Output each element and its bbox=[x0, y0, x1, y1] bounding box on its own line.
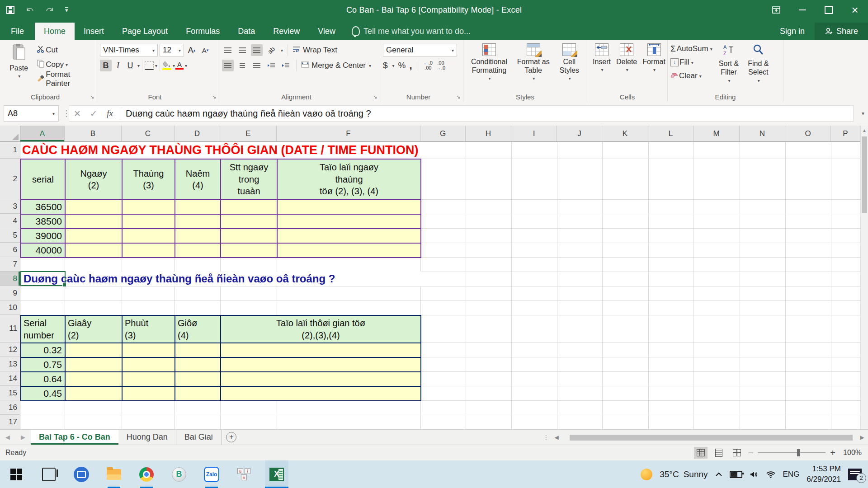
underline-button[interactable]: U bbox=[124, 60, 136, 71]
serial-value[interactable]: 39000 bbox=[21, 229, 66, 244]
empty-cell[interactable] bbox=[278, 215, 421, 229]
comma-format-icon[interactable]: , bbox=[410, 60, 412, 71]
column-header-B[interactable]: B bbox=[65, 126, 122, 141]
empty-cell[interactable] bbox=[66, 358, 123, 372]
row-header-1[interactable]: 1 bbox=[0, 142, 20, 159]
borders-icon[interactable] bbox=[145, 61, 154, 70]
empty-cell[interactable] bbox=[123, 358, 175, 372]
column-header-E[interactable]: E bbox=[220, 126, 277, 141]
empty-cell[interactable] bbox=[66, 229, 123, 244]
empty-cell[interactable] bbox=[123, 372, 175, 387]
tab-formulas[interactable]: Formulas bbox=[177, 23, 229, 40]
minimize-button[interactable] bbox=[789, 0, 816, 20]
column-header-N[interactable]: N bbox=[740, 126, 785, 141]
serial-value[interactable]: 0.45 bbox=[21, 387, 66, 401]
column-header-I[interactable]: I bbox=[511, 126, 557, 141]
column-header-C[interactable]: C bbox=[122, 126, 175, 141]
increase-font-icon[interactable]: A▴ bbox=[186, 44, 198, 56]
row-header-7[interactable]: 7 bbox=[0, 257, 20, 272]
select-all-corner[interactable] bbox=[0, 126, 20, 142]
vertical-scroll-thumb[interactable] bbox=[862, 136, 867, 213]
empty-cell[interactable] bbox=[66, 215, 123, 229]
serial-value[interactable]: 0.32 bbox=[21, 343, 66, 358]
column-header-K[interactable]: K bbox=[602, 126, 648, 141]
row-header-10[interactable]: 10 bbox=[0, 300, 20, 315]
underline-dropdown-icon[interactable]: ▾ bbox=[137, 63, 140, 68]
clock[interactable]: 1:53 PM 6/29/2021 bbox=[807, 464, 841, 484]
column-header-J[interactable]: J bbox=[557, 126, 602, 141]
tab-data[interactable]: Data bbox=[229, 23, 264, 40]
align-right-icon[interactable] bbox=[251, 60, 263, 71]
header-thang[interactable]: Thaùng (3) bbox=[123, 160, 175, 200]
header-ngay[interactable]: Ngaøy (2) bbox=[66, 160, 123, 200]
empty-cell[interactable] bbox=[123, 200, 175, 215]
increase-indent-icon[interactable] bbox=[280, 60, 292, 71]
empty-cell[interactable] bbox=[221, 358, 421, 372]
hscroll-right-icon[interactable]: ▶ bbox=[856, 430, 868, 445]
task-view-button[interactable] bbox=[37, 460, 61, 488]
sheet-tab-huong-dan[interactable]: Huong Dan bbox=[118, 430, 176, 445]
confirm-entry-icon[interactable]: ✓ bbox=[85, 108, 102, 119]
fill-button[interactable]: ↓ Fill ▾ bbox=[670, 57, 712, 68]
serial-value[interactable]: 38500 bbox=[21, 215, 66, 229]
empty-cell[interactable] bbox=[175, 358, 221, 372]
sheet-tab-bai-giai[interactable]: Bai Giai bbox=[176, 430, 222, 445]
vertical-scrollbar[interactable]: ▲ bbox=[860, 126, 868, 429]
tray-chevron-icon[interactable] bbox=[715, 472, 722, 477]
zoom-percentage[interactable]: 100% bbox=[840, 449, 862, 457]
zoom-out-icon[interactable]: − bbox=[748, 448, 754, 458]
column-header-F[interactable]: F bbox=[277, 126, 420, 141]
tab-scroll-splitter[interactable]: ⋮ bbox=[542, 430, 551, 445]
font-name-combo[interactable]: VNI-Times▾ bbox=[100, 44, 158, 56]
row-header-3[interactable]: 3 bbox=[0, 199, 20, 214]
currency-dropdown-icon[interactable]: ▾ bbox=[392, 63, 395, 68]
serial-value[interactable]: 0.75 bbox=[21, 358, 66, 372]
row-header-11[interactable]: 11 bbox=[0, 315, 20, 343]
header-nam[interactable]: Naêm (4) bbox=[175, 160, 221, 200]
tab-review[interactable]: Review bbox=[264, 23, 309, 40]
serial-value[interactable]: 40000 bbox=[21, 244, 66, 258]
increase-decimal-icon[interactable]: ←.0.00 bbox=[424, 61, 433, 70]
bluezone-app[interactable]: B bbox=[167, 460, 191, 488]
formula-bar-expand-icon[interactable]: ▾ bbox=[862, 105, 864, 122]
empty-cell[interactable] bbox=[221, 215, 278, 229]
tab-page-layout[interactable]: Page Layout bbox=[113, 23, 177, 40]
format-painter-button[interactable]: Format Painter bbox=[37, 73, 94, 85]
find-select-button[interactable]: Find & Select ▾ bbox=[745, 42, 771, 91]
font-size-combo[interactable]: 12▾ bbox=[160, 44, 184, 56]
tab-view[interactable]: View bbox=[309, 23, 344, 40]
row-header-12[interactable]: 12 bbox=[0, 343, 20, 357]
font-color-icon[interactable]: A bbox=[175, 61, 184, 70]
page-break-view-icon[interactable] bbox=[730, 447, 744, 459]
row-header-17[interactable]: 17 bbox=[0, 415, 20, 429]
autosum-button[interactable]: Σ AutoSum ▾ bbox=[670, 43, 712, 54]
orientation-dropdown-icon[interactable]: ▾ bbox=[281, 48, 283, 53]
spreadsheet-grid[interactable]: ABCDEFGHIJKLMNOP 12345678910111213141516… bbox=[0, 126, 860, 429]
start-button[interactable] bbox=[5, 460, 28, 488]
empty-cell[interactable] bbox=[221, 229, 278, 244]
borders-dropdown-icon[interactable]: ▾ bbox=[155, 63, 157, 68]
empty-cell[interactable] bbox=[66, 387, 123, 401]
empty-cell[interactable] bbox=[278, 229, 421, 244]
speaker-icon[interactable] bbox=[750, 470, 759, 479]
empty-cell[interactable] bbox=[175, 229, 221, 244]
empty-cell[interactable] bbox=[221, 343, 421, 358]
header-serial[interactable]: serial bbox=[21, 160, 66, 200]
row-header-2[interactable]: 2 bbox=[0, 159, 20, 199]
clipboard-dialog-launcher-icon[interactable]: ↘ bbox=[89, 94, 95, 100]
horizontal-scrollbar[interactable] bbox=[562, 430, 856, 445]
empty-cell[interactable] bbox=[123, 229, 175, 244]
serial-value[interactable]: 36500 bbox=[21, 200, 66, 215]
empty-cell[interactable] bbox=[175, 387, 221, 401]
empty-cell[interactable] bbox=[221, 200, 278, 215]
column-header-L[interactable]: L bbox=[648, 126, 693, 141]
column-header-P[interactable]: P bbox=[831, 126, 860, 141]
cell-styles-button[interactable]: Cell Styles ▾ bbox=[557, 42, 582, 91]
file-explorer-app[interactable] bbox=[102, 460, 126, 488]
empty-cell[interactable] bbox=[278, 200, 421, 215]
language-indicator[interactable]: ENG bbox=[783, 470, 800, 479]
header-serial-number[interactable]: Serial number bbox=[21, 316, 66, 343]
row-header-4[interactable]: 4 bbox=[0, 214, 20, 228]
paste-button[interactable]: Paste ▾ bbox=[3, 42, 35, 91]
maximize-button[interactable] bbox=[816, 0, 842, 20]
